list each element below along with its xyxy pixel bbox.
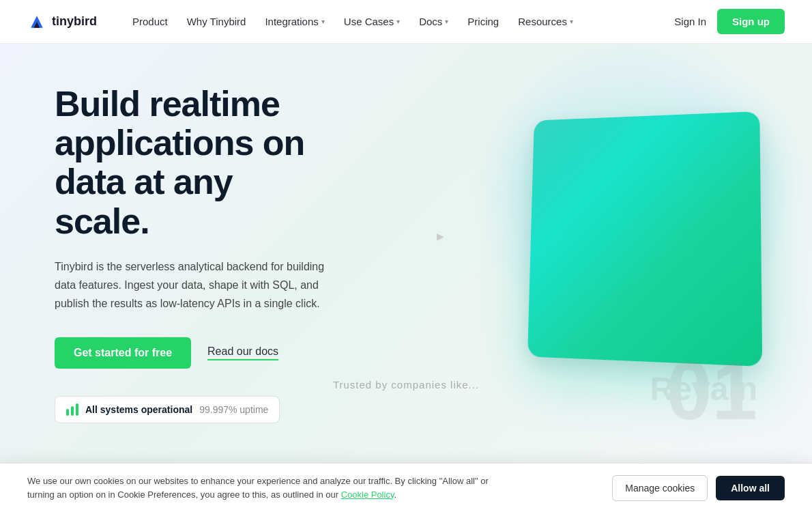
- hero-subtitle: Tinybird is the serverless analytical ba…: [55, 257, 328, 313]
- logo[interactable]: tinybird: [27, 12, 97, 31]
- hero-arrow-icon: ▶: [437, 231, 444, 242]
- status-bar-3: [76, 403, 78, 416]
- status-badge: All systems operational 99.997% uptime: [55, 396, 280, 423]
- cookie-policy-link[interactable]: Cookie Policy: [341, 489, 394, 500]
- status-label: All systems operational: [85, 404, 192, 415]
- nav-item-why-tinybird[interactable]: Why Tinybird: [179, 12, 255, 31]
- read-docs-link[interactable]: Read our docs: [207, 345, 278, 360]
- status-bars-icon: [66, 403, 78, 416]
- hero-illustration: [525, 113, 757, 359]
- signin-link[interactable]: Sign In: [674, 16, 706, 27]
- nav-item-use-cases[interactable]: Use Cases ▾: [336, 12, 408, 31]
- cookie-banner: We use our own cookies on our websites t…: [0, 463, 812, 512]
- chevron-down-icon: ▾: [396, 18, 400, 25]
- chevron-down-icon: ▾: [445, 18, 448, 25]
- status-bar-2: [71, 406, 74, 416]
- trusted-label: Trusted by companies like...: [333, 379, 479, 390]
- uptime-label: 99.997% uptime: [199, 404, 268, 415]
- floating-card: [527, 111, 762, 367]
- logo-icon: [27, 12, 46, 31]
- get-started-button[interactable]: Get started for free: [55, 337, 191, 369]
- manage-cookies-button[interactable]: Manage cookies: [612, 475, 708, 501]
- nav-item-docs[interactable]: Docs ▾: [411, 12, 456, 31]
- nav-actions: Sign In Sign up: [674, 9, 785, 34]
- hero-buttons: Get started for free Read our docs: [55, 337, 328, 369]
- allow-all-button[interactable]: Allow all: [716, 476, 785, 500]
- signup-button[interactable]: Sign up: [717, 9, 785, 34]
- nav-item-integrations[interactable]: Integrations ▾: [257, 12, 332, 31]
- hero-section: Build realtime applications on data at a…: [0, 0, 812, 472]
- revain-brand: Revain: [650, 370, 757, 408]
- nav-item-pricing[interactable]: Pricing: [459, 12, 507, 31]
- status-bar-1: [66, 409, 69, 416]
- navbar: tinybird Product Why Tinybird Integratio…: [0, 0, 812, 44]
- cookie-text: We use our own cookies on our websites t…: [27, 474, 505, 501]
- cookie-actions: Manage cookies Allow all: [612, 475, 785, 501]
- hero-title: Build realtime applications on data at a…: [55, 85, 328, 241]
- chevron-down-icon: ▾: [321, 18, 325, 25]
- hero-content: Build realtime applications on data at a…: [0, 44, 382, 472]
- nav-links: Product Why Tinybird Integrations ▾ Use …: [124, 12, 674, 31]
- logo-text: tinybird: [52, 14, 97, 29]
- nav-item-product[interactable]: Product: [124, 12, 176, 31]
- revain-watermark: 01 Revain: [667, 350, 757, 431]
- chevron-down-icon: ▾: [570, 18, 573, 25]
- nav-item-resources[interactable]: Resources ▾: [510, 12, 581, 31]
